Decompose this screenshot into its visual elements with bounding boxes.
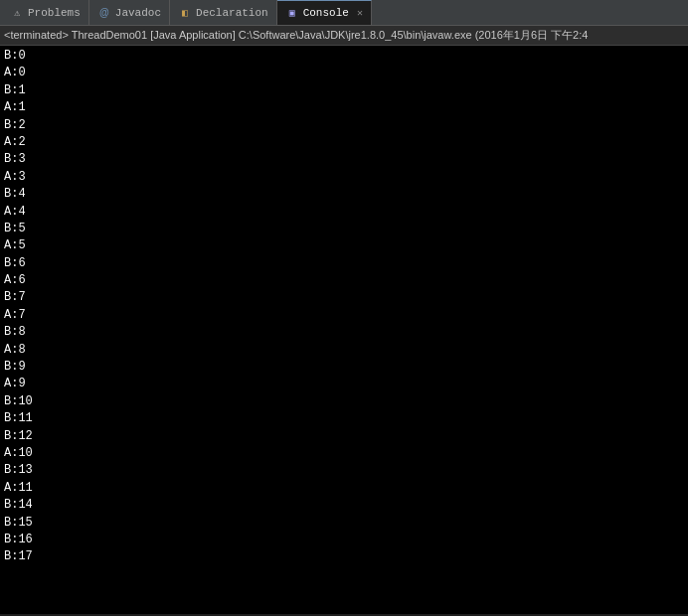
console-line: A:9 [4,376,684,392]
status-bar: <terminated> ThreadDemo01 [Java Applicat… [0,26,688,46]
console-line: A:11 [4,480,684,497]
console-line: B:9 [4,359,684,376]
console-line: A:10 [4,445,684,462]
console-line: B:7 [4,289,684,306]
console-line: A:1 [4,99,684,116]
javadoc-icon: @ [97,6,111,20]
console-line: B:16 [4,532,684,548]
console-line: B:8 [4,324,684,341]
problems-icon: ⚠ [10,6,24,20]
tab-bar: ⚠ Problems @ Javadoc ◧ Declaration ▣ Con… [0,0,688,26]
tab-close-icon[interactable]: ✕ [357,7,363,19]
declaration-icon: ◧ [178,6,192,20]
console-line: B:6 [4,255,684,272]
console-line: B:2 [4,117,684,134]
console-line: A:4 [4,204,684,221]
console-line: B:13 [4,462,684,479]
console-line: A:0 [4,65,684,81]
console-line: A:2 [4,134,684,151]
console-line: B:3 [4,151,684,168]
console-line: B:11 [4,410,684,427]
tab-declaration-label: Declaration [196,7,268,19]
console-line: B:0 [4,48,684,65]
console-line: A:3 [4,169,684,186]
tab-problems[interactable]: ⚠ Problems [2,0,89,25]
console-line: B:12 [4,428,684,445]
console-line: B:15 [4,515,684,532]
console-line: B:17 [4,548,684,565]
console-line: B:14 [4,497,684,514]
tab-console-label: Console [303,7,349,19]
console-line: A:6 [4,272,684,289]
console-line: A:8 [4,342,684,359]
console-line: B:4 [4,186,684,203]
console-line: B:10 [4,393,684,410]
tab-javadoc-label: Javadoc [115,7,161,19]
tab-javadoc[interactable]: @ Javadoc [89,0,170,25]
tab-declaration[interactable]: ◧ Declaration [170,0,277,25]
console-line: A:5 [4,237,684,254]
console-icon: ▣ [285,6,299,20]
console-output[interactable]: B:0A:0B:1A:1B:2A:2B:3A:3B:4A:4B:5A:5B:6A… [0,46,688,614]
console-line: B:5 [4,221,684,237]
status-text: <terminated> ThreadDemo01 [Java Applicat… [4,29,588,41]
tab-console[interactable]: ▣ Console ✕ [277,0,372,25]
tab-problems-label: Problems [28,7,81,19]
console-line: A:7 [4,307,684,324]
console-line: B:1 [4,82,684,99]
